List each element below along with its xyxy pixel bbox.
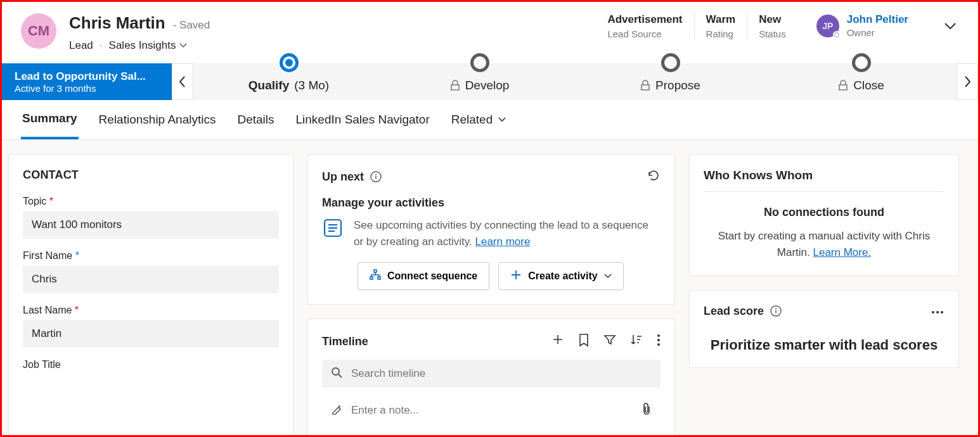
form-switcher[interactable]: Sales Insights <box>109 39 188 52</box>
process-prev-button[interactable] <box>172 63 193 100</box>
owner-avatar: JP <box>816 15 839 37</box>
more-vertical-icon <box>657 333 661 347</box>
timeline-add-button[interactable] <box>551 333 564 350</box>
last-name-input[interactable] <box>23 320 279 348</box>
svg-point-13 <box>332 368 339 375</box>
topic-label: Topic <box>23 196 46 206</box>
stage-dot-icon <box>470 53 489 72</box>
job-title-label: Job Title <box>23 359 279 370</box>
topic-input[interactable] <box>23 211 279 239</box>
more-horizontal-icon <box>931 310 945 314</box>
tab-related-label: Related <box>451 113 493 127</box>
lead-score-card: Lead score Prioritize smarter with lead … <box>689 290 959 368</box>
stage-duration: (3 Mo) <box>294 79 329 92</box>
svg-point-16 <box>775 308 777 310</box>
svg-rect-9 <box>378 277 380 279</box>
business-process-flow: Lead to Opportunity Sal... Active for 3 … <box>2 63 978 100</box>
tab-details[interactable]: Details <box>236 111 275 139</box>
stage-dot-icon <box>661 53 680 72</box>
process-next-button[interactable] <box>957 63 978 100</box>
bookmark-icon <box>578 333 590 347</box>
separator: · <box>100 39 103 52</box>
status-label: Status <box>759 28 786 39</box>
tab-related[interactable]: Related <box>450 111 508 139</box>
connect-sequence-button[interactable]: Connect sequence <box>358 262 489 290</box>
info-icon[interactable] <box>370 171 382 182</box>
chevron-down-icon <box>498 115 506 124</box>
tab-list: Summary Relationship Analytics Details L… <box>2 100 978 140</box>
svg-point-10 <box>657 334 660 337</box>
connect-sequence-label: Connect sequence <box>387 270 477 282</box>
process-label[interactable]: Lead to Opportunity Sal... Active for 3 … <box>2 63 172 100</box>
tab-linkedin-sales-navigator[interactable]: LinkedIn Sales Navigator <box>295 111 431 139</box>
owner-name: John Peltier <box>847 13 908 26</box>
meta-lead-source[interactable]: Advertisement Lead Source <box>596 13 693 39</box>
owner-initials: JP <box>822 21 833 31</box>
last-name-label: Last Name <box>23 305 72 315</box>
sequence-icon <box>370 269 381 283</box>
stage-label: Qualify <box>248 79 289 92</box>
tab-relationship-analytics[interactable]: Relationship Analytics <box>98 111 217 139</box>
lead-score-hero: Prioritize smarter with lead scores <box>704 337 945 353</box>
activity-list-icon <box>322 217 344 250</box>
first-name-input[interactable] <box>23 265 279 293</box>
stage-propose[interactable]: Propose <box>575 63 766 100</box>
timeline-search-input[interactable] <box>322 360 661 388</box>
contact-section: CONTACT Topic * First Name * Last Name *… <box>8 154 293 435</box>
stage-dot-icon <box>280 53 299 72</box>
record-name: Chris Martin <box>69 13 165 33</box>
timeline-more-button[interactable] <box>657 333 661 350</box>
wkw-learn-more-link[interactable]: Learn More. <box>813 246 872 258</box>
manage-activities-title: Manage your activities <box>322 196 661 210</box>
stage-dot-icon <box>852 53 871 72</box>
timeline-bookmark-button[interactable] <box>578 333 590 350</box>
chevron-down-icon <box>604 272 612 280</box>
chevron-down-icon <box>943 19 957 33</box>
owner-field[interactable]: JP John Peltier Owner <box>797 13 959 38</box>
svg-rect-8 <box>370 277 373 279</box>
recommended-icon: * <box>75 250 79 261</box>
svg-line-14 <box>338 374 342 377</box>
chevron-right-icon <box>963 75 972 88</box>
svg-point-19 <box>936 311 939 314</box>
svg-point-11 <box>657 339 660 341</box>
meta-rating[interactable]: Warm Rating <box>694 13 747 39</box>
up-next-title: Up next <box>322 170 364 184</box>
refresh-button[interactable] <box>647 168 661 185</box>
learn-more-link[interactable]: Learn more <box>475 236 531 248</box>
process-name: Lead to Opportunity Sal... <box>15 70 159 83</box>
entity-label: Lead <box>69 39 93 52</box>
timeline-title: Timeline <box>322 335 368 348</box>
plus-icon <box>551 333 564 346</box>
required-icon: * <box>49 196 53 206</box>
required-icon: * <box>75 305 79 315</box>
stage-label: Propose <box>655 79 700 92</box>
info-icon[interactable] <box>770 305 782 317</box>
form-name: Sales Insights <box>109 39 176 52</box>
contact-section-title: CONTACT <box>23 168 279 182</box>
up-next-card: Up next Manage your activities See upcom… <box>307 154 675 305</box>
pencil-icon <box>331 403 342 417</box>
who-knows-whom-title: Who Knows Whom <box>704 168 945 192</box>
svg-point-12 <box>657 343 660 346</box>
lock-icon <box>450 80 460 91</box>
lead-score-more-button[interactable] <box>931 305 945 317</box>
lead-source-value: Advertisement <box>607 13 682 26</box>
rating-value: Warm <box>706 13 736 26</box>
timeline-note-input[interactable] <box>322 396 661 424</box>
timeline-filter-button[interactable] <box>603 333 616 350</box>
meta-status[interactable]: New Status <box>747 13 797 39</box>
owner-label: Owner <box>847 27 908 38</box>
attach-button[interactable] <box>642 403 652 418</box>
process-duration: Active for 3 months <box>15 83 159 94</box>
tab-summary[interactable]: Summary <box>21 111 79 139</box>
header-expand-button[interactable] <box>941 17 959 35</box>
stage-develop[interactable]: Develop <box>384 63 575 100</box>
presence-icon <box>833 31 841 39</box>
stage-qualify[interactable]: Qualify (3 Mo) <box>193 63 384 100</box>
create-activity-button[interactable]: Create activity <box>498 262 623 290</box>
svg-rect-7 <box>374 270 377 272</box>
timeline-sort-button[interactable] <box>630 333 643 350</box>
stage-close[interactable]: Close <box>766 63 957 100</box>
who-knows-whom-card: Who Knows Whom No connections found Star… <box>689 154 959 276</box>
